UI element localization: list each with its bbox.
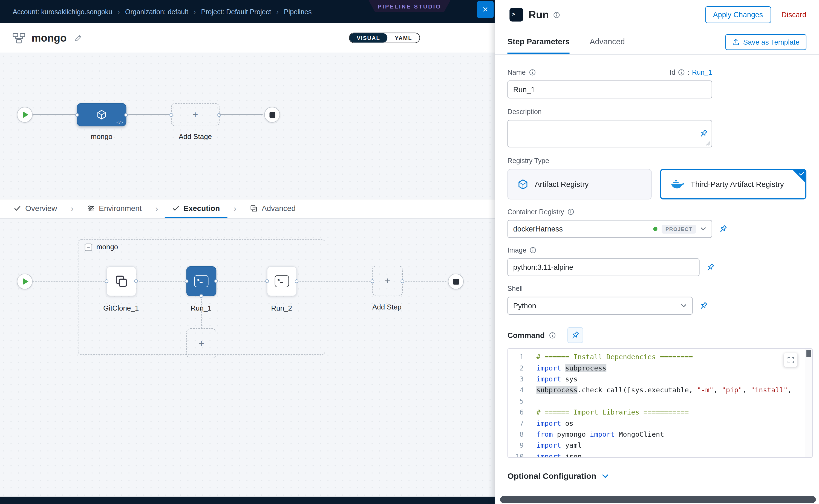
panel-header: Run Apply Changes Discard bbox=[495, 0, 819, 30]
stage-service-icon bbox=[96, 109, 107, 120]
command-label: Command bbox=[508, 331, 545, 340]
pipeline-end-node[interactable] bbox=[264, 107, 280, 123]
info-icon[interactable] bbox=[549, 332, 556, 338]
editor-expand-button[interactable] bbox=[784, 353, 797, 367]
save-as-template-button[interactable]: Save as Template bbox=[725, 34, 806, 50]
tab-advanced[interactable]: Advanced bbox=[243, 199, 303, 218]
info-icon[interactable] bbox=[678, 69, 685, 76]
image-label: Image bbox=[508, 246, 806, 254]
info-icon[interactable] bbox=[529, 69, 536, 76]
scope-chip: PROJECT bbox=[662, 224, 696, 233]
registry-option-third-party[interactable]: Third-Party Artifact Registry bbox=[660, 169, 806, 199]
node-port[interactable] bbox=[214, 279, 218, 283]
node-port[interactable] bbox=[265, 279, 269, 283]
node-port[interactable] bbox=[105, 279, 108, 283]
add-parallel-step-button[interactable]: + bbox=[186, 328, 216, 358]
collapse-group-button[interactable]: − bbox=[85, 244, 92, 251]
shell-select[interactable]: Python bbox=[508, 297, 693, 315]
step-label-run-1: Run_1 bbox=[175, 304, 227, 312]
image-pin-button[interactable] bbox=[706, 263, 715, 272]
horizontal-scrollbar-thumb[interactable] bbox=[500, 496, 816, 503]
tab-step-parameters[interactable]: Step Parameters bbox=[508, 30, 570, 54]
node-port[interactable] bbox=[370, 279, 374, 283]
name-input[interactable] bbox=[508, 80, 712, 98]
execution-end-node[interactable] bbox=[448, 274, 464, 289]
code-editor-lines: 1# ====== Install Dependencies ========2… bbox=[508, 349, 812, 458]
tab-environment-label: Environment bbox=[99, 204, 142, 212]
tab-execution[interactable]: Execution bbox=[164, 199, 227, 218]
edge-connector bbox=[33, 281, 105, 282]
container-registry-field[interactable]: dockerHarness PROJECT bbox=[508, 220, 712, 238]
chevron-down-icon[interactable] bbox=[700, 226, 706, 232]
edit-pencil-icon[interactable] bbox=[74, 34, 82, 42]
node-port[interactable] bbox=[75, 113, 79, 116]
tab-environment[interactable]: Environment bbox=[80, 199, 149, 218]
command-pin-button[interactable] bbox=[568, 327, 583, 343]
run-step-icon bbox=[510, 8, 523, 22]
toggle-visual-button[interactable]: VISUAL bbox=[349, 33, 387, 43]
info-icon[interactable] bbox=[553, 11, 560, 18]
registry-option-artifact-registry[interactable]: Artifact Registry bbox=[508, 169, 652, 199]
description-input[interactable] bbox=[508, 120, 712, 147]
code-line: 5 bbox=[508, 396, 812, 407]
breadcrumb-pipelines[interactable]: Pipelines bbox=[284, 8, 311, 16]
node-port[interactable] bbox=[400, 279, 404, 283]
description-pin-button[interactable] bbox=[699, 129, 708, 138]
container-registry-pin-button[interactable] bbox=[719, 224, 728, 233]
node-port[interactable] bbox=[199, 294, 203, 298]
shell-label: Shell bbox=[508, 285, 806, 292]
node-port[interactable] bbox=[134, 279, 138, 283]
image-input[interactable] bbox=[508, 258, 700, 276]
tab-advanced-label: Advanced bbox=[262, 204, 296, 212]
info-icon[interactable] bbox=[530, 247, 537, 254]
command-code-editor[interactable]: 1# ====== Install Dependencies ========2… bbox=[508, 348, 813, 458]
node-port[interactable] bbox=[185, 279, 188, 283]
edge-connector bbox=[33, 114, 75, 115]
shell-pin-button[interactable] bbox=[699, 301, 708, 310]
breadcrumb-project[interactable]: Project: Default Project bbox=[201, 8, 271, 16]
edge-connector bbox=[136, 281, 185, 282]
discard-button[interactable]: Discard bbox=[782, 10, 806, 19]
apply-changes-button[interactable]: Apply Changes bbox=[705, 6, 771, 23]
breadcrumb-organization[interactable]: Organization: default bbox=[125, 8, 188, 16]
stage-graph-canvas[interactable]: </> mongo + Add Stage bbox=[0, 53, 495, 199]
selected-check-icon bbox=[798, 170, 805, 177]
id-label: Id bbox=[670, 68, 675, 76]
tab-execution-label: Execution bbox=[183, 204, 220, 212]
tab-overview[interactable]: Overview bbox=[6, 199, 64, 218]
stop-icon bbox=[453, 279, 459, 284]
edge-connector bbox=[201, 296, 202, 328]
execution-start-node[interactable] bbox=[17, 274, 33, 289]
registry-option-label: Artifact Registry bbox=[535, 180, 589, 189]
add-stage-button[interactable]: + bbox=[171, 103, 219, 126]
stage-node-mongo[interactable]: </> bbox=[77, 103, 126, 126]
step-node-run-2[interactable] bbox=[267, 266, 297, 296]
add-stage-label: Add Stage bbox=[171, 133, 219, 141]
harness-pipeline-studio: Account: kurosakiichigo.songoku › Organi… bbox=[0, 0, 819, 504]
code-line: 10import json bbox=[508, 451, 812, 458]
pipeline-start-node[interactable] bbox=[17, 107, 33, 123]
step-label-gitclone-1: GitClone_1 bbox=[95, 304, 147, 312]
toggle-yaml-button[interactable]: YAML bbox=[387, 33, 420, 43]
node-port[interactable] bbox=[124, 113, 128, 116]
step-node-run-1[interactable] bbox=[186, 266, 216, 296]
tab-panel-advanced[interactable]: Advanced bbox=[590, 30, 625, 54]
code-line: 1# ====== Install Dependencies ======== bbox=[508, 351, 812, 362]
node-port[interactable] bbox=[169, 113, 173, 116]
breadcrumb-account[interactable]: Account: kurosakiichigo.songoku bbox=[13, 8, 112, 16]
editor-scrollbar-thumb[interactable] bbox=[806, 350, 811, 357]
docker-icon bbox=[671, 179, 684, 189]
info-icon[interactable] bbox=[567, 208, 574, 215]
add-step-button[interactable]: + bbox=[372, 266, 402, 296]
editor-scrollbar[interactable] bbox=[805, 349, 812, 457]
execution-graph-canvas[interactable]: − mongo GitClone_1 Run_1 bbox=[0, 219, 495, 497]
resize-grip-icon[interactable] bbox=[706, 141, 711, 146]
close-panel-button[interactable]: × bbox=[477, 1, 494, 18]
stop-icon bbox=[269, 112, 275, 118]
registry-type-label: Registry Type bbox=[508, 157, 806, 165]
step-node-gitclone-1[interactable] bbox=[106, 266, 136, 296]
optional-configuration-toggle[interactable]: Optional Configuration bbox=[508, 471, 806, 481]
panel-tab-bar: Step Parameters Advanced Save as Templat… bbox=[495, 30, 819, 55]
chevron-down-icon[interactable] bbox=[681, 303, 687, 309]
node-port[interactable] bbox=[295, 279, 298, 283]
